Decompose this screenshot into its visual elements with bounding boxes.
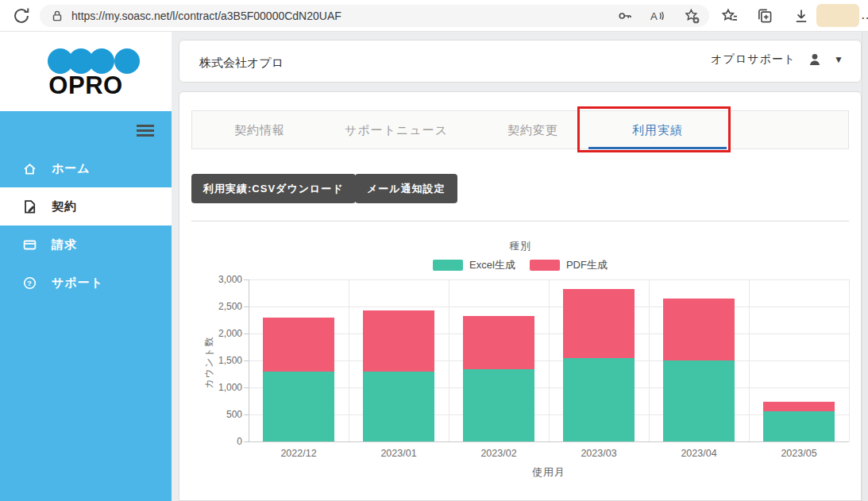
brand-logo: OPRO — [0, 32, 172, 111]
sidebar: OPRO ホーム契約請求?サポート — [0, 32, 172, 501]
bar-segment-pdf — [563, 289, 635, 359]
legend-swatch — [530, 260, 560, 271]
tab-contract-info[interactable]: 契約情報 — [191, 110, 328, 149]
sidebar-item-home[interactable]: ホーム — [0, 149, 172, 187]
x-tick-label: 2022/12 — [249, 448, 349, 459]
user-menu-label[interactable]: オプロサポート — [711, 52, 796, 67]
gridline-vertical — [749, 279, 750, 441]
more-icon[interactable]: ⋯ — [861, 10, 868, 23]
x-tick-label: 2023/04 — [649, 448, 749, 459]
y-tick-label: 500 — [191, 409, 242, 420]
sidebar-nav: ホーム契約請求?サポート — [0, 149, 172, 302]
favorites-icon[interactable] — [721, 7, 739, 25]
legend-swatch — [433, 260, 463, 271]
bar-segment-excel — [763, 411, 835, 441]
x-tick-label: 2023/03 — [549, 448, 649, 459]
sidebar-item-support[interactable]: ?サポート — [0, 264, 172, 302]
y-tick-label: 2,000 — [191, 328, 242, 339]
account-header: 株式会社オプロ オプロサポート ▼ — [179, 40, 862, 83]
tab-contract-change[interactable]: 契約変更 — [465, 110, 601, 149]
y-tick-label: 1,000 — [191, 382, 242, 393]
legend-label: Excel生成 — [469, 258, 515, 272]
read-aloud-icon[interactable]: A — [649, 8, 665, 24]
add-favorite-icon[interactable] — [684, 8, 700, 24]
brand-name: OPRO — [0, 71, 172, 100]
sidebar-item-label: 契約 — [52, 199, 77, 214]
home-icon — [22, 161, 37, 176]
y-tick-mark — [244, 441, 249, 442]
x-tick-label: 2023/02 — [449, 448, 549, 459]
password-key-icon[interactable] — [617, 8, 633, 24]
user-menu[interactable]: オプロサポート ▼ — [711, 52, 843, 67]
bar-segment-pdf — [663, 299, 735, 360]
mail-settings-button[interactable]: メール通知設定 — [355, 174, 457, 203]
app-window: https://my.soasc.net/l/contract/a3B5F000… — [0, 0, 868, 501]
bar-segment-excel — [463, 369, 534, 441]
x-tick-label: 2023/01 — [349, 448, 449, 459]
legend-label: PDF生成 — [566, 258, 608, 272]
gridline-vertical — [349, 279, 349, 441]
contract-icon — [22, 199, 37, 214]
gridline — [249, 441, 849, 442]
x-tick-label: 2023/05 — [749, 448, 849, 459]
sidebar-item-contract[interactable]: 契約 — [0, 187, 172, 225]
gridline-vertical — [849, 279, 850, 441]
gridline-vertical — [649, 279, 650, 441]
chart-legend: Excel生成PDF生成 — [191, 258, 849, 272]
menu-toggle-icon[interactable] — [137, 125, 154, 137]
bar-segment-pdf — [363, 310, 434, 372]
browser-toolbar: https://my.soasc.net/l/contract/a3B5F000… — [0, 0, 868, 32]
legend-item[interactable]: Excel生成 — [433, 258, 515, 272]
tab-support-news[interactable]: サポートニュース — [328, 110, 465, 149]
csv-download-button[interactable]: 利用実績:CSVダウンロード — [191, 174, 356, 203]
user-avatar-icon[interactable] — [807, 52, 823, 67]
sidebar-item-label: 請求 — [52, 237, 77, 252]
profile-placeholder[interactable] — [816, 4, 859, 27]
lock-icon[interactable] — [50, 9, 64, 23]
x-axis-title: 使用月 — [249, 465, 849, 480]
tabs: 契約情報サポートニュース契約変更利用実績 — [191, 110, 849, 149]
company-name: 株式会社オプロ — [199, 56, 284, 71]
bar-segment-excel — [363, 372, 434, 441]
download-icon[interactable] — [793, 7, 810, 25]
svg-text:?: ? — [27, 279, 33, 287]
gridline-vertical — [549, 279, 550, 441]
billing-icon — [22, 237, 37, 252]
address-bar[interactable]: https://my.soasc.net/l/contract/a3B5F000… — [40, 5, 709, 27]
tab-usage[interactable]: 利用実績 — [588, 110, 727, 149]
refresh-icon[interactable] — [12, 6, 31, 25]
usage-chart: 種別 Excel生成PDF生成 カウント数 使用月 05001,0001,500… — [191, 230, 855, 492]
logo-circle-icon — [114, 48, 140, 74]
page-scrollbar[interactable] — [862, 32, 868, 501]
bar-segment-excel — [563, 358, 635, 441]
legend-item[interactable]: PDF生成 — [530, 258, 608, 272]
y-tick-label: 2,500 — [191, 301, 242, 312]
bar-segment-pdf — [263, 318, 334, 372]
chart-legend-title: 種別 — [191, 239, 849, 253]
svg-text:A: A — [650, 10, 658, 22]
bar-segment-pdf — [463, 316, 534, 369]
bar-segment-excel — [663, 360, 735, 441]
logo-circle-icon — [89, 48, 114, 74]
sidebar-item-label: ホーム — [52, 161, 91, 176]
y-tick-label: 1,500 — [191, 355, 242, 366]
chevron-down-icon[interactable]: ▼ — [834, 54, 843, 65]
gridline-vertical — [449, 279, 449, 441]
bar-segment-excel — [263, 372, 334, 441]
section-divider — [191, 221, 849, 222]
bar-segment-pdf — [763, 402, 835, 411]
gridline-vertical — [249, 279, 249, 441]
y-tick-label: 0 — [191, 436, 242, 447]
y-tick-label: 3,000 — [191, 274, 242, 285]
sidebar-item-billing[interactable]: 請求 — [0, 225, 172, 264]
support-icon: ? — [22, 276, 37, 291]
url-text[interactable]: https://my.soasc.net/l/contract/a3B5F000… — [71, 10, 341, 22]
collections-icon[interactable] — [756, 7, 773, 25]
sidebar-item-label: サポート — [52, 276, 103, 291]
